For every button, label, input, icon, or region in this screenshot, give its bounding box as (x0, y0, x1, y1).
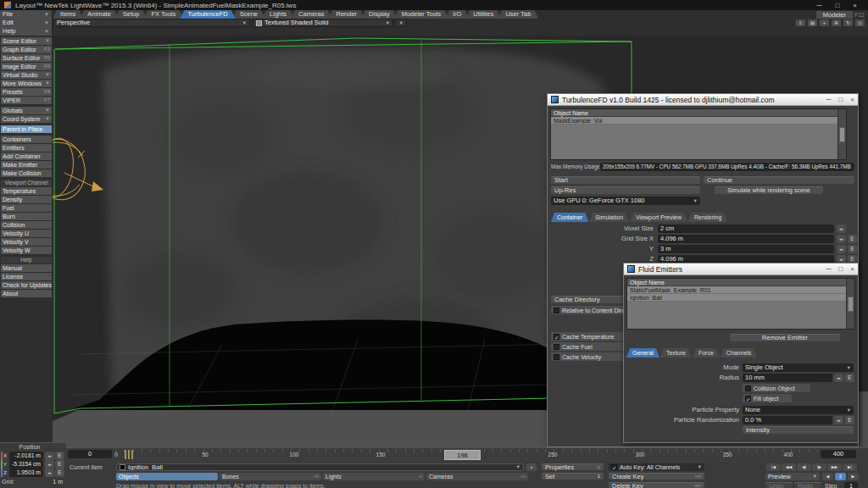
cache-toggle[interactable]: Cache Velocity (551, 352, 632, 361)
maximize-icon[interactable]: □ (835, 2, 839, 9)
menu-tab[interactable]: Scene (232, 10, 265, 19)
menu-tab[interactable]: Cameras (291, 10, 331, 19)
emitter-tab[interactable]: General (626, 348, 659, 358)
scrollbar[interactable] (846, 279, 854, 329)
intensity-button[interactable]: Intensity (743, 426, 854, 435)
tfd-tab[interactable]: Container (551, 213, 588, 222)
sidebar-button[interactable]: Scene Editor▼ (1, 37, 52, 45)
channel-button[interactable]: Velocity U (1, 230, 52, 237)
list-item[interactable]: MaskExample_Vol (551, 117, 846, 125)
mode-dropdown[interactable]: Single Object▼ (743, 363, 854, 372)
minimize-icon[interactable]: ─ (826, 265, 832, 273)
sidebar-button[interactable]: Coord System▼ (1, 115, 52, 123)
properties-button[interactable]: p Properties (542, 463, 604, 471)
fill-object-toggle[interactable]: Fill object (743, 394, 792, 402)
set-button[interactable]: 1 Set (542, 473, 604, 480)
transport-button[interactable]: |▶ (812, 463, 826, 471)
envelope-button[interactable]: E (845, 374, 854, 382)
sidebar-button[interactable]: Graph EditorF2 (1, 46, 52, 53)
gpu-dropdown[interactable]: Use GPU 0: GeForce GTX 1080▼ (551, 197, 700, 205)
step-value[interactable]: 1 (844, 482, 858, 488)
list-item[interactable]: Ignition_Ball (627, 294, 854, 302)
channel-button[interactable]: Velocity W (1, 247, 52, 254)
file-menu[interactable]: File▼ (0, 10, 53, 19)
channel-button[interactable]: Burn (1, 213, 52, 220)
envelope-button[interactable]: E (845, 416, 854, 424)
tfd-tab[interactable]: Simulation (589, 213, 629, 222)
scrollbar-thumb[interactable] (839, 127, 845, 142)
sidebar-button[interactable]: Emitters (1, 144, 52, 152)
scrollbar-thumb[interactable] (848, 297, 854, 312)
channel-button[interactable]: Velocity V (1, 238, 52, 246)
minimize-icon[interactable]: ─ (817, 2, 822, 9)
coordinate-value[interactable]: 1.9503 m (9, 469, 43, 477)
field-value[interactable]: 4.096 m (658, 235, 834, 243)
envelope-button[interactable]: E (848, 245, 857, 253)
sidebar-button[interactable]: Image EditorF6 (1, 63, 52, 70)
modeler-button[interactable]: Modeler (816, 11, 853, 19)
envelope-button[interactable]: E (55, 469, 64, 477)
channel-button[interactable]: Collision (1, 221, 52, 229)
relative-to-content-toggle[interactable]: Relative to Content Directory (551, 306, 626, 314)
preview-dropdown[interactable]: Preview▼ (765, 473, 820, 480)
fluid-emitters-titlebar[interactable]: Fluid Emitters ─ □ × (624, 263, 858, 275)
viewport-nav-icon[interactable]: ◎ (855, 19, 865, 26)
start-button[interactable]: Start (551, 176, 700, 185)
simulate-while-rendering-button[interactable]: Simulate while rendering scene (715, 186, 823, 195)
turbulencefd-titlebar[interactable]: TurbulenceFD v1.0 Build 1425 - licensed … (548, 94, 858, 106)
timeline-slider-handle[interactable]: 198 (444, 450, 481, 460)
menu-tab[interactable]: Utilities (465, 10, 501, 19)
timeline[interactable]: 0 050100150200250300350400 198 400 (66, 448, 859, 462)
envelope-button[interactable]: E (55, 460, 64, 469)
collision-object-toggle[interactable]: Collision Object (743, 384, 810, 392)
help-button[interactable]: About (1, 290, 52, 297)
help-button[interactable]: Manual (1, 264, 52, 272)
minimize-icon[interactable]: ─ (826, 96, 832, 103)
coordinate-value[interactable]: -2.0181 m (9, 452, 43, 460)
frame-end-field[interactable]: 400 (821, 450, 856, 458)
create-key-button[interactable]: ret Create Key (609, 473, 704, 480)
menu-tab[interactable]: Render (329, 10, 365, 19)
edit-menu[interactable]: Edit▼ (0, 19, 53, 27)
sidebar-button[interactable]: Containers (1, 136, 52, 143)
remove-emitter-button[interactable]: Remove Emitter (730, 334, 840, 342)
envelope-button[interactable]: E (848, 235, 857, 243)
viewport-nav-icon[interactable]: ⊕ (832, 19, 841, 26)
stepper-icon[interactable]: ◂▸ (45, 469, 54, 477)
upres-button[interactable]: Up-Res (551, 186, 700, 195)
pause-button[interactable]: || (835, 473, 846, 480)
play-forward-button[interactable]: ▶ (848, 473, 859, 480)
channel-button[interactable]: Fuel (1, 204, 52, 212)
sidebar-button[interactable]: Virtual Studio▼ (1, 71, 52, 79)
sidebar-button[interactable]: Make Emitter (1, 161, 52, 169)
tfd-tab[interactable]: Rendering (688, 213, 727, 222)
delete-key-button[interactable]: del Delete Key (609, 482, 704, 488)
transport-button[interactable]: |◀ (766, 463, 781, 471)
stepper-icon[interactable]: ◂▸ (834, 374, 843, 382)
viewport-options-button[interactable]: ▼ (395, 19, 407, 27)
maximize-icon[interactable]: □ (838, 96, 843, 103)
cache-toggle[interactable]: Cache Temperature (551, 332, 632, 341)
close-icon[interactable]: × (850, 96, 854, 103)
emitter-tab[interactable]: Texture (660, 348, 692, 358)
redo-button[interactable]: Redo (794, 482, 821, 488)
viewport-nav-icon[interactable]: ≡ (796, 19, 805, 26)
item-type-button[interactable]: Cameras +c (426, 473, 528, 480)
cache-directory-button[interactable]: Cache Directory (551, 296, 632, 304)
menu-tab[interactable]: Items (53, 10, 83, 19)
stepper-icon[interactable]: ◂▸ (837, 245, 846, 253)
viewport-nav-icon[interactable]: ▤ (808, 19, 817, 26)
help-menu[interactable]: Help▼ (0, 27, 53, 36)
transport-button[interactable]: ▶▶ (827, 463, 842, 471)
envelope-button[interactable]: E (55, 452, 64, 460)
sidebar-button[interactable]: Globals▼ (1, 107, 52, 114)
menu-tab[interactable]: Animate (80, 10, 119, 19)
help-button[interactable]: License (1, 273, 52, 280)
particle-randomization-value[interactable]: 0.0 % (743, 416, 832, 424)
menu-tab[interactable]: User Tab (498, 10, 538, 19)
stepper-icon[interactable]: ◂▸ (834, 416, 843, 424)
menu-tab[interactable]: Modeler Tools (394, 10, 449, 19)
radius-value[interactable]: 10 mm (743, 374, 832, 382)
channel-button[interactable]: Temperature (1, 187, 52, 195)
channel-button[interactable]: Density (1, 196, 52, 203)
